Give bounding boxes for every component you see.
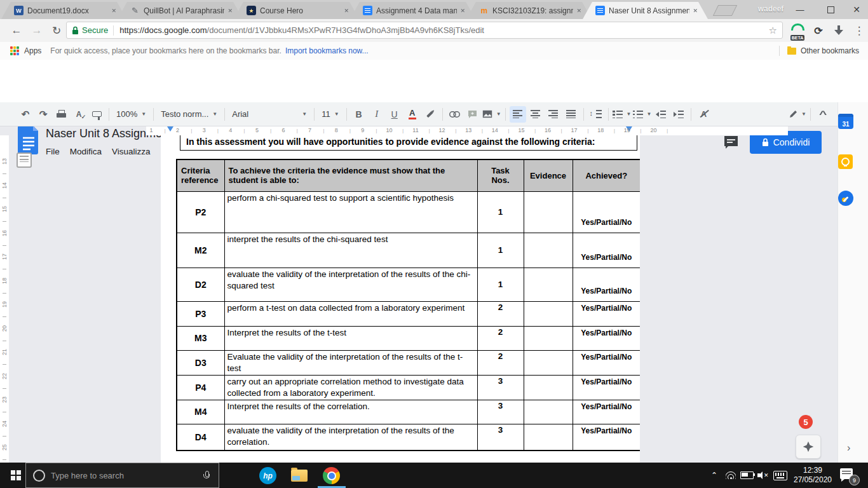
browser-tab[interactable]: mKSCI32103Z19: assignm✕ [466,2,592,19]
browser-tab[interactable]: ✎QuillBot | AI Paraphrasin✕ [118,2,243,19]
font-size-select[interactable]: 11▼ [318,106,342,123]
start-button[interactable] [6,463,25,488]
browser-tab[interactable]: Assignment 4 Data man✕ [350,2,475,19]
tab-close-icon[interactable]: ✕ [576,8,581,14]
microphone-icon[interactable] [203,471,210,480]
calendar-icon[interactable]: 31 [838,114,853,129]
hp-app-icon[interactable]: hp [259,467,276,484]
document-page[interactable]: In this assessment you will have opportu… [161,135,640,463]
url-text[interactable]: https://docs.google.com/document/d/1VJbb… [119,25,764,35]
search-placeholder: Type here to search [51,471,203,480]
forward-icon[interactable]: → [28,19,46,42]
keyboard-icon[interactable] [771,463,789,488]
criteria-ref-cell: M2 [177,233,224,268]
download-extension-icon[interactable] [832,25,845,36]
window-maximize-button[interactable] [817,0,844,19]
insert-image-icon[interactable]: ▼ [482,106,501,123]
add-comment-icon[interactable] [465,106,481,123]
menu-file[interactable]: File [41,145,65,158]
document-outline-icon[interactable] [17,152,32,168]
file-explorer-icon[interactable] [291,470,308,482]
bookmarks-bar: Apps For quick access, place your bookma… [0,42,868,60]
align-left-button[interactable] [510,106,526,123]
wifi-icon[interactable] [723,463,738,488]
ruler-number: 18 [1,276,8,285]
numbered-list-button[interactable]: ▼ [613,106,632,123]
battery-icon[interactable] [738,463,755,488]
undo-icon[interactable]: ↶ [17,106,34,123]
left-indent-marker[interactable] [167,126,173,132]
other-bookmarks[interactable]: Other bookmarks [779,46,859,56]
comment-history-icon[interactable] [723,135,739,150]
tab-close-icon[interactable]: ✕ [227,8,233,14]
bookmark-star-icon[interactable]: ☆ [769,25,777,36]
import-bookmarks-link[interactable]: Import bookmarks now... [285,46,369,55]
tab-close-icon[interactable]: ✕ [344,8,349,14]
apps-grid-icon[interactable] [10,46,19,55]
window-close-button[interactable]: ✕ [845,0,868,19]
tray-chevron-up-icon[interactable]: ⌃ [707,463,722,488]
redo-icon[interactable]: ↷ [35,106,51,123]
zoom-select[interactable]: 100%▼ [112,106,150,123]
explore-button[interactable] [796,435,821,459]
show-side-panel-icon[interactable]: › [847,442,850,454]
align-justify-button[interactable] [563,106,580,123]
ruler-tick: | [297,128,298,133]
highlight-color-button[interactable] [422,106,438,123]
vertical-ruler[interactable]: 13141516171819202122232425 [0,135,9,463]
ruler-tick: | [217,128,219,133]
bold-button[interactable]: B [351,106,367,123]
underline-button[interactable]: U [386,106,403,123]
window-minimize-button[interactable]: — [787,0,813,19]
taskbar-search-input[interactable]: Type here to search [25,463,219,488]
paragraph-style-select[interactable]: Testo norm...▼ [157,106,221,123]
browser-tab[interactable]: WDocument19.docx✕ [1,2,126,19]
reload-icon[interactable]: ↻ [48,19,65,42]
apps-label[interactable]: Apps [24,46,41,55]
increase-indent-button[interactable] [670,106,687,123]
menu-modifica[interactable]: Modifica [65,145,107,158]
paint-format-icon[interactable] [88,106,105,123]
task-nos-cell: 3 [477,424,524,451]
new-tab-button[interactable] [713,5,737,16]
tasks-icon[interactable] [838,191,853,206]
browser-menu-icon[interactable]: ⋮ [851,19,867,42]
menu-visualizza[interactable]: Visualizza [107,145,156,158]
back-icon[interactable]: ← [8,19,25,42]
volume-muted-icon[interactable]: ✕ [755,463,771,488]
intro-text-box[interactable]: In this assessment you will have opportu… [180,135,637,151]
horizontal-ruler[interactable]: 1|2|3|4|5|6|7|8|9|10|11|12|13|14|15|16|1… [146,126,788,135]
browser-tab[interactable]: ★Course Hero✕ [234,2,359,19]
quillbot-extension-icon[interactable]: BETA [788,22,807,42]
editing-mode-button[interactable]: ▼ [789,106,806,123]
line-spacing-button[interactable] [588,106,604,123]
text-color-button[interactable]: A [404,106,421,123]
chrome-app-icon[interactable] [323,467,340,484]
print-icon[interactable] [53,106,69,123]
spellcheck-icon[interactable]: A✓ [71,106,87,123]
docs-toolbar: ↶ ↷ A✓ 100%▼ Testo norm...▼ Arial▼ 11▼ B… [0,102,837,126]
tab-close-icon[interactable]: ✕ [693,8,698,14]
align-center-button[interactable] [527,106,544,123]
toolbar-separator [691,108,691,121]
taskbar-clock[interactable]: 12:39 27/05/2020 [789,466,836,485]
insert-link-icon[interactable] [447,106,463,123]
clear-formatting-button[interactable]: A [695,106,712,123]
browser-tab[interactable]: Naser Unit 8 Assignmen✕ [583,2,708,19]
collapse-toolbar-button[interactable]: ^ [815,106,831,123]
keep-icon[interactable] [838,154,853,169]
italic-button[interactable]: I [369,106,385,123]
sync-extension-icon[interactable]: ⟳ [810,19,827,42]
google-docs-icon[interactable] [18,126,39,154]
align-right-button[interactable] [545,106,562,123]
decrease-indent-button[interactable] [653,106,669,123]
criteria-table[interactable]: Criteria referenceTo achieve the criteri… [176,159,640,451]
address-bar[interactable]: Secure https://docs.google.com/document/… [66,22,783,39]
tab-close-icon[interactable]: ✕ [460,8,465,14]
image-glyph [482,110,492,118]
bulleted-list-button[interactable]: ▼ [633,106,652,123]
ruler-tick [3,412,6,412]
ruler-tick: | [191,128,192,133]
tab-close-icon[interactable]: ✕ [111,8,116,14]
font-select[interactable]: Arial▼ [228,106,311,123]
